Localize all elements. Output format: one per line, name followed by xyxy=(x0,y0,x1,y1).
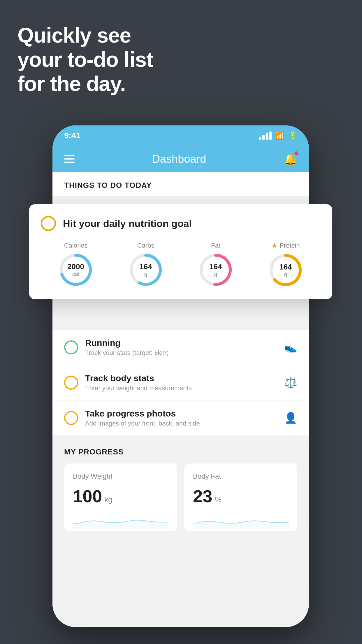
body-weight-card[interactable]: Body Weight 100 kg xyxy=(64,463,177,531)
carbs-label: Carbs xyxy=(137,242,154,249)
calories-value: 2000 xyxy=(67,262,84,271)
fat-unit: g xyxy=(209,271,222,277)
body-fat-value-row: 23 % xyxy=(193,486,289,506)
nutrition-item-fat: Fat 164 g xyxy=(198,242,233,287)
protein-value: 164 xyxy=(279,263,292,271)
todo-text-photos: Take progress photos Add images of your … xyxy=(85,409,277,427)
todo-title-body-stats: Track body stats xyxy=(85,373,277,383)
todo-circle-photos xyxy=(64,411,78,425)
protein-ring: 164 g xyxy=(268,253,303,288)
body-weight-value: 100 xyxy=(73,486,102,506)
nutrition-row: Calories 2000 cal Carbs xyxy=(41,242,321,288)
fat-value: 164 xyxy=(209,262,222,271)
photo-icon: 👤 xyxy=(284,412,297,424)
nutrition-item-protein: ★Protein 164 g xyxy=(268,242,303,288)
todo-text-running: Running Track your stats (target: 5km) xyxy=(85,338,277,357)
todo-subtitle-body-stats: Enter your weight and measurements xyxy=(85,384,277,392)
protein-label: ★Protein xyxy=(271,242,300,250)
battery-icon: 🔋 xyxy=(288,131,297,140)
body-fat-value: 23 xyxy=(193,486,212,506)
signal-icon xyxy=(259,132,272,140)
fat-ring: 164 g xyxy=(198,252,233,287)
body-fat-unit: % xyxy=(215,495,222,504)
todo-title-photos: Take progress photos xyxy=(85,409,277,419)
todo-circle-body-stats xyxy=(64,376,78,390)
carbs-ring: 164 g xyxy=(128,252,163,287)
things-today-header: THINGS TO DO TODAY xyxy=(52,172,309,196)
todo-item-body-stats[interactable]: Track body stats Enter your weight and m… xyxy=(52,365,309,400)
todo-circle-green xyxy=(64,340,78,354)
body-fat-card[interactable]: Body Fat 23 % xyxy=(184,463,297,531)
carbs-unit: g xyxy=(139,271,152,277)
body-weight-chart xyxy=(73,512,168,530)
todo-item-running[interactable]: Running Track your stats (target: 5km) 👟 xyxy=(52,330,309,365)
body-fat-chart xyxy=(193,512,289,530)
card-title-row: Hit your daily nutrition goal xyxy=(41,216,321,231)
carbs-value: 164 xyxy=(139,262,152,271)
progress-cards: Body Weight 100 kg Body Fat 23 % xyxy=(64,463,297,531)
body-fat-title: Body Fat xyxy=(193,472,289,480)
progress-section: MY PROGRESS Body Weight 100 kg B xyxy=(52,436,309,531)
todo-subtitle-photos: Add images of your front, back, and side xyxy=(85,420,277,427)
notification-bell[interactable]: 🔔 xyxy=(284,153,297,165)
running-icon: 👟 xyxy=(284,341,297,354)
status-icons: 📶 🔋 xyxy=(259,131,297,140)
nutrition-card-title: Hit your daily nutrition goal xyxy=(63,218,192,229)
todo-list: Running Track your stats (target: 5km) 👟… xyxy=(52,330,309,436)
calories-unit: cal xyxy=(67,271,84,277)
nutrition-card: Hit your daily nutrition goal Calories 2… xyxy=(29,204,332,299)
todo-text-body-stats: Track body stats Enter your weight and m… xyxy=(85,373,277,392)
hero-heading: Quickly see your to-do list for the day. xyxy=(17,23,153,96)
nutrition-circle-indicator xyxy=(41,216,56,231)
todo-item-photos[interactable]: Take progress photos Add images of your … xyxy=(52,400,309,436)
time-display: 9:41 xyxy=(64,131,80,140)
body-weight-title: Body Weight xyxy=(73,472,168,480)
nutrition-item-calories: Calories 2000 cal xyxy=(58,242,93,287)
nav-bar: Dashboard 🔔 xyxy=(52,146,309,172)
body-weight-unit: kg xyxy=(104,495,112,504)
status-bar: 9:41 📶 🔋 xyxy=(52,125,309,146)
nutrition-item-carbs: Carbs 164 g xyxy=(128,242,163,287)
nav-title: Dashboard xyxy=(152,153,206,165)
protein-unit: g xyxy=(279,271,292,277)
notification-dot xyxy=(294,151,298,155)
calories-label: Calories xyxy=(64,242,88,249)
todo-subtitle-running: Track your stats (target: 5km) xyxy=(85,349,277,357)
phone-mockup: 9:41 📶 🔋 Dashboard 🔔 THINGS TO DO TODAY xyxy=(52,125,309,627)
star-icon: ★ xyxy=(271,242,278,250)
calories-ring: 2000 cal xyxy=(58,252,93,287)
progress-header: MY PROGRESS xyxy=(64,447,297,456)
wifi-icon: 📶 xyxy=(275,131,284,140)
hamburger-menu[interactable] xyxy=(64,155,75,163)
fat-label: Fat xyxy=(211,242,220,249)
todo-title-running: Running xyxy=(85,338,277,348)
body-weight-value-row: 100 kg xyxy=(73,486,168,506)
scale-icon: ⚖️ xyxy=(284,377,297,389)
